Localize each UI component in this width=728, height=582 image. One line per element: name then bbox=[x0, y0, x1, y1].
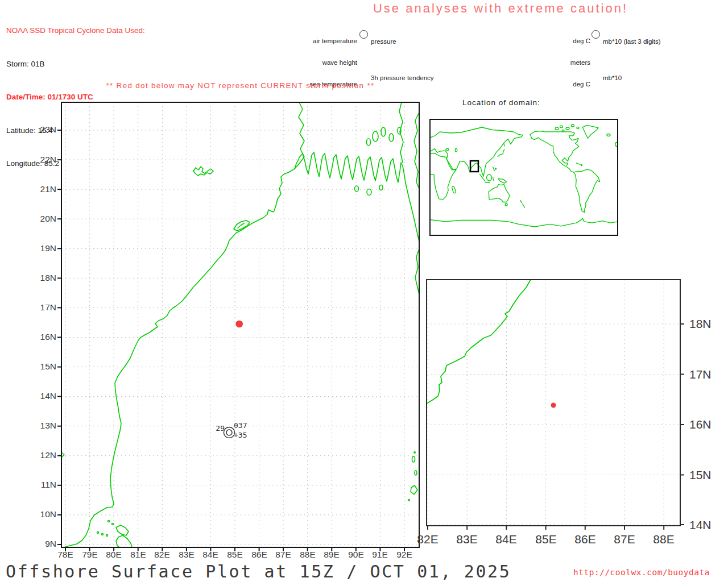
units-legend-left-column: deg C meters deg C bbox=[533, 23, 590, 95]
main-map-canvas: 29 037 +35 bbox=[57, 98, 423, 551]
page-title: Offshore Surface Plot at 15Z / OCT 01, 2… bbox=[6, 562, 511, 581]
zoom-inset-map bbox=[423, 276, 684, 530]
legend-wave-height: wave height bbox=[250, 59, 357, 66]
zoom-lat-label: 18N bbox=[689, 317, 712, 331]
offshore-surface-plot-page: { "header": { "noaa_line": "NOAA SSD Tro… bbox=[0, 0, 728, 582]
buoydata-link[interactable]: http://coolwx.com/buoydata bbox=[573, 568, 710, 577]
storm-position-warning: ** Red dot below may NOT represent CURRE… bbox=[61, 81, 419, 90]
zoom-lon-label: 85E bbox=[528, 533, 564, 546]
legend-pressure-tendency: 3h pressure tendency bbox=[371, 74, 434, 82]
main-lat-label: 14N bbox=[31, 391, 56, 401]
station-circle-icon bbox=[359, 30, 368, 39]
legend-pressure: pressure bbox=[371, 38, 434, 45]
domain-inset-title: Location of domain: bbox=[462, 98, 540, 107]
station-air-temp: 29 bbox=[216, 424, 225, 433]
main-lon-label: 81E bbox=[126, 550, 151, 560]
world-coastlines bbox=[429, 124, 618, 227]
main-lat-label: 19N bbox=[31, 243, 56, 253]
units-circle-icon bbox=[592, 30, 600, 39]
main-lat-label: 16N bbox=[31, 332, 56, 342]
main-lat-label: 21N bbox=[31, 184, 56, 194]
units-deg-c-air: deg C bbox=[533, 38, 590, 45]
caution-banner: Use analyses with extreme caution! bbox=[355, 1, 646, 16]
main-lat-label: 23N bbox=[31, 124, 56, 135]
main-lat-label: 12N bbox=[31, 450, 56, 460]
main-lon-label: 79E bbox=[77, 550, 102, 560]
domain-extent-box bbox=[470, 161, 478, 172]
main-lon-label: 89E bbox=[319, 550, 344, 560]
zoom-lon-label: 88E bbox=[646, 533, 681, 546]
zoom-inset-storm-dot bbox=[551, 403, 556, 408]
legend-air-temperature: air temperature bbox=[250, 38, 357, 45]
zoom-lat-label: 17N bbox=[689, 368, 712, 381]
zoom-inset-canvas bbox=[423, 276, 684, 530]
main-lat-label: 10N bbox=[31, 509, 56, 519]
zoom-inset-coastline bbox=[427, 280, 531, 404]
storm-id: Storm: 01B bbox=[6, 59, 145, 70]
zoom-lon-label: 82E bbox=[410, 533, 445, 546]
main-lon-label: 87E bbox=[271, 550, 296, 560]
units-meters: meters bbox=[533, 59, 590, 66]
units-legend-right-column: mb*10 (last 3 digits) mb*10 bbox=[603, 23, 661, 89]
main-lat-label: 22N bbox=[31, 155, 56, 165]
main-lon-label: 88E bbox=[295, 550, 320, 560]
units-mb10-last3: mb*10 (last 3 digits) bbox=[603, 38, 661, 45]
main-lat-label: 18N bbox=[31, 273, 56, 283]
station-plot: 29 037 +35 bbox=[216, 421, 247, 439]
units-mb10: mb*10 bbox=[603, 74, 661, 82]
zoom-lat-label: 15N bbox=[689, 468, 712, 482]
units-deg-c-sea: deg C bbox=[533, 81, 590, 88]
main-lat-label: 13N bbox=[31, 421, 56, 431]
main-lon-label: 83E bbox=[174, 550, 199, 560]
main-lon-label: 86E bbox=[247, 550, 272, 560]
storm-position-dot bbox=[235, 321, 243, 328]
main-lon-label: 85E bbox=[222, 550, 247, 560]
station-pressure: 037 bbox=[234, 421, 247, 430]
main-lat-label: 15N bbox=[31, 361, 56, 372]
main-lat-label: 17N bbox=[31, 302, 56, 313]
main-lat-label: 9N bbox=[31, 539, 56, 549]
noaa-source-line: NOAA SSD Tropical Cyclone Data Used: bbox=[6, 25, 145, 36]
zoom-lon-label: 87E bbox=[607, 533, 642, 546]
world-locator-map bbox=[429, 119, 618, 236]
world-map-canvas bbox=[429, 119, 618, 236]
main-lon-label: 91E bbox=[367, 550, 392, 560]
station-legend-right-column: pressure 3h pressure tendency bbox=[371, 23, 434, 89]
zoom-lon-label: 84E bbox=[489, 533, 524, 546]
main-lon-label: 92E bbox=[392, 550, 417, 560]
main-lon-label: 82E bbox=[150, 550, 175, 560]
main-lon-label: 78E bbox=[53, 550, 78, 560]
main-map: 29 037 +35 bbox=[57, 98, 423, 551]
zoom-lat-label: 14N bbox=[689, 518, 712, 532]
zoom-lat-label: 16N bbox=[689, 418, 712, 431]
main-lon-label: 84E bbox=[198, 550, 223, 560]
main-lon-label: 90E bbox=[344, 550, 369, 560]
station-tendency: +35 bbox=[234, 431, 247, 439]
main-lat-label: 20N bbox=[31, 214, 56, 224]
zoom-lon-label: 86E bbox=[568, 533, 603, 546]
zoom-lon-label: 83E bbox=[449, 533, 485, 546]
main-lon-label: 80E bbox=[101, 550, 126, 560]
main-lat-label: 11N bbox=[31, 480, 56, 490]
